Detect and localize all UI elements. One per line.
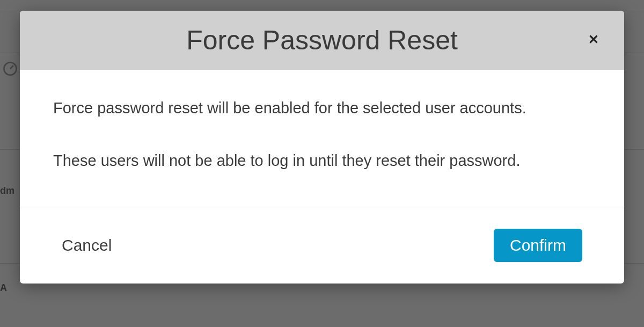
modal-title: Force Password Reset (186, 25, 458, 56)
cancel-button[interactable]: Cancel (62, 236, 112, 255)
confirm-button[interactable]: Confirm (494, 229, 582, 262)
modal-footer: Cancel Confirm (20, 207, 624, 284)
force-password-reset-modal: Force Password Reset Force password rese… (20, 11, 624, 284)
close-icon (587, 32, 601, 48)
modal-body-line-2: These users will not be able to log in u… (53, 149, 591, 173)
modal-header: Force Password Reset (20, 11, 624, 70)
modal-overlay: Force Password Reset Force password rese… (0, 0, 644, 327)
modal-body-line-1: Force password reset will be enabled for… (53, 97, 591, 120)
close-button[interactable] (586, 32, 602, 48)
modal-body: Force password reset will be enabled for… (20, 70, 624, 207)
